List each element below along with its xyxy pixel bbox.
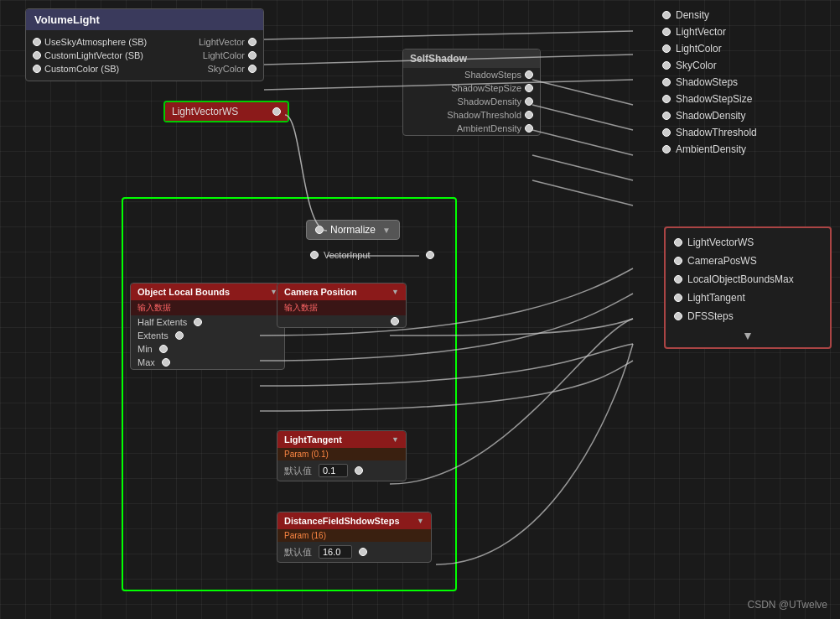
port-lightcolor-out xyxy=(248,51,257,60)
cam-pos-subtitle: 输入数据 xyxy=(277,300,406,315)
lighttangent-value-input[interactable] xyxy=(319,464,348,477)
label-sel-lightvectorws: LightVectorWS xyxy=(687,237,754,248)
label-out-density: Density xyxy=(676,9,709,21)
port-useskyatmosphere xyxy=(33,38,41,46)
port-shadowstepsize xyxy=(525,84,533,92)
lighttangent-subtitle: Param (0.1) xyxy=(277,448,406,460)
label-sel-localobjectboundsmax: LocalObjectBoundsMax xyxy=(687,273,794,285)
selfshadow-shadowdensity: ShadowDensity xyxy=(403,95,540,108)
port-skycolor-out xyxy=(248,65,257,73)
selfshadow-shadowthreshold: ShadowThreshold xyxy=(403,108,540,122)
cam-pos-port-row xyxy=(277,315,406,327)
label-out-ambientdensity: AmbientDensity xyxy=(676,143,746,155)
port-ambientdensity xyxy=(525,124,533,133)
port-vectorinput-left xyxy=(310,251,319,259)
distfield-node: DistanceFieldShdowSteps ▼ Param (16) 默认值 xyxy=(277,512,432,563)
port-lighttangent-out xyxy=(355,466,363,475)
label-useskyatmosphere: UseSkyAtmosphere (SB) xyxy=(44,37,147,47)
port-distfield-out xyxy=(359,548,367,556)
port-sel-dfssteps xyxy=(674,312,682,320)
label-out-shadowthreshold: ShadowThreshold xyxy=(676,127,757,138)
sel-localobjectboundsmax: LocalObjectBoundsMax xyxy=(666,270,830,289)
label-sel-cameraposws: CameraPosWS xyxy=(687,255,757,267)
vectorinput-label: VectorInput xyxy=(324,250,371,260)
distfield-header: DistanceFieldShdowSteps ▼ xyxy=(277,512,431,529)
obj-bounds-node: Object Local Bounds ▼ 输入数据 Half Extents … xyxy=(130,283,285,370)
port-max: Max xyxy=(131,356,284,369)
port-lightvectorws-out xyxy=(272,107,281,116)
normalize-label: Normalize xyxy=(330,224,376,236)
out-shadowsteps: ShadowSteps xyxy=(656,74,840,91)
port-shadowsteps xyxy=(525,70,533,79)
port-row-customcolor: CustomColor (SB) SkyColor xyxy=(26,62,263,75)
label-customcolor: CustomColor (SB) xyxy=(44,64,119,74)
selfshadow-ambientdensity: AmbientDensity xyxy=(403,122,540,135)
svg-line-8 xyxy=(532,180,633,205)
svg-line-0 xyxy=(264,31,633,39)
distfield-default-label: 默认值 xyxy=(284,546,312,559)
out-shadowthreshold: ShadowThreshold xyxy=(656,124,840,141)
port-max-out xyxy=(162,358,170,367)
lighttangent-node: LightTangent ▼ Param (0.1) 默认值 xyxy=(277,430,407,481)
obj-bounds-title: Object Local Bounds xyxy=(137,287,230,297)
distfield-subtitle: Param (16) xyxy=(277,529,431,542)
port-sel-localobjectboundsmax xyxy=(674,275,682,283)
obj-bounds-header: Object Local Bounds ▼ xyxy=(131,283,284,300)
port-halfextents-out xyxy=(194,318,202,326)
selfshadow-node: SelfShadow ShadowSteps ShadowStepSize Sh… xyxy=(402,49,541,136)
svg-line-7 xyxy=(532,155,633,180)
lighttangent-dropdown[interactable]: ▼ xyxy=(391,435,399,444)
distfield-value-input[interactable] xyxy=(319,545,352,559)
port-sel-cameraposws xyxy=(674,257,682,265)
port-row-useskyatmosphere: UseSkyAtmosphere (SB) LightVector xyxy=(26,35,263,49)
sel-lightvectorws: LightVectorWS xyxy=(666,233,830,252)
cam-pos-title: Camera Position xyxy=(284,287,357,297)
port-min: Min xyxy=(131,342,284,356)
port-out-shadowsteps xyxy=(662,78,671,86)
port-min-out xyxy=(159,345,168,353)
port-shadowthreshold xyxy=(525,111,533,119)
cam-pos-dropdown[interactable]: ▼ xyxy=(391,288,399,296)
selfshadow-header: SelfShadow xyxy=(403,49,540,68)
obj-bounds-ports: Half Extents Extents Min Max xyxy=(131,315,284,369)
port-sel-lighttangent xyxy=(674,294,682,302)
port-normalize-in xyxy=(315,226,324,234)
right-box-chevron-row: ▼ xyxy=(666,329,830,342)
label-out-lightcolor: LightColor xyxy=(676,43,722,55)
selfshadow-title: SelfShadow xyxy=(410,53,467,65)
selfshadow-shadowsteps: ShadowSteps xyxy=(403,68,540,81)
watermark: CSDN @UTwelve xyxy=(747,599,827,611)
svg-line-5 xyxy=(532,105,633,130)
obj-bounds-subtitle: 输入数据 xyxy=(131,300,284,315)
port-out-density xyxy=(662,11,671,19)
vectorinput-row: VectorInput xyxy=(310,250,434,260)
normalize-node[interactable]: Normalize ▼ xyxy=(306,220,400,240)
port-row-customlightvector: CustomLightVector (SB) LightColor xyxy=(26,49,263,62)
lighttangent-title: LightTangent xyxy=(284,434,342,445)
sel-dfssteps: DFSSteps xyxy=(666,307,830,325)
cam-pos-header: Camera Position ▼ xyxy=(277,283,406,300)
volumelight-node: VolumeLight UseSkyAtmosphere (SB) LightV… xyxy=(25,8,264,81)
volumelight-body: UseSkyAtmosphere (SB) LightVector Custom… xyxy=(26,30,263,81)
port-customcolor xyxy=(33,65,41,73)
port-extents: Extents xyxy=(131,329,284,342)
port-out-lightcolor xyxy=(662,44,671,53)
lighttangent-header: LightTangent ▼ xyxy=(277,431,406,448)
label-sel-lighttangent: LightTangent xyxy=(687,292,745,304)
selfshadow-shadowstepsize: ShadowStepSize xyxy=(403,81,540,95)
port-out-skycolor xyxy=(662,61,671,70)
out-lightcolor: LightColor xyxy=(656,40,840,57)
out-skycolor: SkyColor xyxy=(656,57,840,74)
lightvectorws-header: LightVectorWS xyxy=(165,102,288,121)
port-out-shadowstepsize xyxy=(662,95,671,103)
normalize-dropdown[interactable]: ▼ xyxy=(382,226,391,235)
out-lightvector: LightVector xyxy=(656,23,840,40)
label-out-shadowdensity: ShadowDensity xyxy=(676,110,745,122)
distfield-dropdown[interactable]: ▼ xyxy=(417,517,424,525)
label-customlightvector: CustomLightVector (SB) xyxy=(44,50,143,60)
port-customlightvector xyxy=(33,51,41,60)
label-out-skycolor: SkyColor xyxy=(676,60,717,71)
port-out-shadowthreshold xyxy=(662,128,671,137)
port-sel-lightvectorws xyxy=(674,238,682,247)
label-out-shadowstepsize: ShadowStepSize xyxy=(676,93,752,105)
